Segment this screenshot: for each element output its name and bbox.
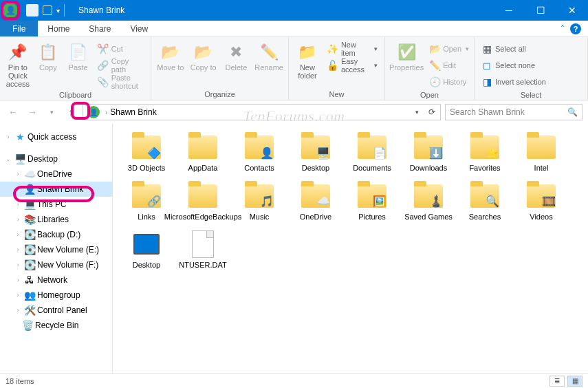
tree-user[interactable]: ›👤Shawn Brink xyxy=(0,182,112,197)
file-item[interactable]: 🔍Searches xyxy=(457,181,513,222)
file-item[interactable]: ⭐Favorites xyxy=(457,132,513,173)
file-item[interactable]: ⬇️Downloads xyxy=(400,132,457,173)
ribbon-collapse-icon[interactable]: ˄ xyxy=(560,24,565,34)
tree-onedrive[interactable]: ›☁️OneDrive xyxy=(0,166,112,182)
new-folder-button[interactable]: 📁 New folder xyxy=(293,40,322,89)
onedrive-icon: ☁️ xyxy=(24,169,35,180)
copy-to-icon: 📂 xyxy=(194,43,213,62)
desktop-shortcut-icon xyxy=(130,229,163,259)
qat-newfolder-icon[interactable] xyxy=(43,6,52,15)
pin-to-quick-access-button[interactable]: 📌 Pin to Quick access xyxy=(4,40,32,89)
drive-icon: 💽 xyxy=(24,259,35,270)
file-item[interactable]: Intel xyxy=(513,132,569,173)
tree-homegroup[interactable]: ›👥Homegroup xyxy=(0,288,112,303)
invert-selection-button[interactable]: ◨Invert selection xyxy=(479,74,549,89)
nav-back-button[interactable]: ← xyxy=(6,105,21,120)
help-icon[interactable]: ? xyxy=(570,23,581,34)
cut-icon: ✂️ xyxy=(98,43,109,54)
file-item[interactable]: 🎞️Videos xyxy=(513,181,569,222)
easy-access-button[interactable]: 🔓Easy access▾ xyxy=(325,58,380,73)
search-input[interactable]: Search Shawn Brink 🔍 xyxy=(445,104,582,120)
nav-forward-button[interactable]: → xyxy=(25,105,40,120)
refresh-button[interactable]: ⟳ xyxy=(425,105,439,119)
view-tab[interactable]: View xyxy=(120,21,157,36)
file-item[interactable]: ♟️Saved Games xyxy=(400,181,457,222)
tree-this-pc[interactable]: ›💻This PC xyxy=(0,197,112,212)
properties-button[interactable]: ✅ Properties xyxy=(389,40,424,89)
minimize-button[interactable]: ─ xyxy=(493,0,525,21)
address-user-icon: 👤 xyxy=(87,106,100,118)
copy-to-button[interactable]: 📂 Copy to xyxy=(188,40,219,89)
file-item[interactable]: 📄Documents xyxy=(344,132,400,173)
file-item[interactable]: Desktop xyxy=(118,229,175,270)
select-none-button[interactable]: ◻Select none xyxy=(479,58,549,73)
file-tab[interactable]: File xyxy=(0,21,38,36)
open-button[interactable]: 📂Open▾ xyxy=(426,41,472,56)
tree-recycle-bin[interactable]: 🗑️Recycle Bin xyxy=(0,318,112,333)
nav-recent-dropdown[interactable]: ▾ xyxy=(44,105,59,120)
navigation-pane[interactable]: ›★Quick access ⌄🖥️Desktop ›☁️OneDrive ›👤… xyxy=(0,124,113,373)
homegroup-icon: 👥 xyxy=(24,290,35,301)
file-list[interactable]: 🔷3D ObjectsAppData👤Contacts🖥️Desktop📄Doc… xyxy=(113,124,588,373)
copy-button[interactable]: 📋 Copy xyxy=(34,40,62,89)
open-icon: 📂 xyxy=(429,43,440,54)
maximize-button[interactable]: ☐ xyxy=(525,0,556,21)
drive-icon: 💽 xyxy=(24,229,35,240)
folder-icon: ♟️ xyxy=(412,181,445,211)
address-dropdown-icon[interactable]: ▾ xyxy=(410,105,424,119)
file-icon xyxy=(186,229,219,259)
move-to-button[interactable]: 📂 Move to xyxy=(155,40,186,89)
breadcrumb-segment[interactable]: Shawn Brink xyxy=(110,107,156,117)
file-item[interactable]: 🔷3D Objects xyxy=(118,132,175,173)
file-item[interactable]: 🎵Music xyxy=(231,181,287,222)
tree-backup-drive[interactable]: ›💽Backup (D:) xyxy=(0,227,112,242)
copy-path-button[interactable]: 🔗Copy path xyxy=(95,58,146,73)
delete-button[interactable]: ✖ Delete xyxy=(221,40,252,89)
file-item[interactable]: 👤Contacts xyxy=(231,132,287,173)
easy-access-icon: 🔓 xyxy=(327,60,338,71)
file-item[interactable]: 🖥️Desktop xyxy=(287,132,344,173)
tree-desktop[interactable]: ⌄🖥️Desktop xyxy=(0,151,112,166)
tree-libraries[interactable]: ›📚Libraries xyxy=(0,212,112,227)
history-button[interactable]: 🕘History xyxy=(426,74,472,89)
edit-button[interactable]: ✏️Edit xyxy=(426,58,472,73)
file-item[interactable]: MicrosoftEdgeBackups xyxy=(175,181,231,222)
tree-volume-f[interactable]: ›💽New Volume (F:) xyxy=(0,257,112,272)
qat-properties-icon[interactable] xyxy=(26,4,39,17)
share-tab[interactable]: Share xyxy=(79,21,120,36)
address-bar[interactable]: 👤 › Shawn Brink ▾ ⟳ xyxy=(83,104,441,120)
file-item-label: Downloads xyxy=(410,164,447,173)
tree-quick-access[interactable]: ›★Quick access xyxy=(0,129,112,144)
file-item[interactable]: NTUSER.DAT xyxy=(175,229,231,270)
cut-button[interactable]: ✂️Cut xyxy=(95,41,146,56)
file-item[interactable]: AppData xyxy=(175,132,231,173)
tree-volume-e[interactable]: ›💽New Volume (E:) xyxy=(0,242,112,257)
tree-network[interactable]: ›🖧Network xyxy=(0,272,112,288)
nav-up-button[interactable]: ↑ xyxy=(63,105,78,120)
file-item-label: Links xyxy=(138,213,155,222)
rename-button[interactable]: ✏️ Rename xyxy=(254,40,284,89)
close-button[interactable]: ✕ xyxy=(556,0,588,21)
details-view-button[interactable]: ≣ xyxy=(549,376,565,387)
tree-control-panel[interactable]: ›🛠️Control Panel xyxy=(0,303,112,318)
home-tab[interactable]: Home xyxy=(38,21,79,36)
folder-icon: 🖥️ xyxy=(299,132,332,162)
folder-icon: 🔗 xyxy=(130,181,163,211)
file-item-label: AppData xyxy=(188,164,218,173)
move-to-icon: 📂 xyxy=(161,43,180,62)
paste-shortcut-button[interactable]: 📎Paste shortcut xyxy=(95,74,146,89)
file-item[interactable]: ☁️OneDrive xyxy=(287,181,344,222)
select-all-icon: ▦ xyxy=(481,43,492,54)
folder-icon: ⭐ xyxy=(468,132,501,162)
select-group-label: Select xyxy=(479,89,583,99)
user-profile-icon: 👤 xyxy=(3,3,18,18)
new-item-button[interactable]: ✨New item▾ xyxy=(325,41,380,56)
breadcrumb-sep-icon[interactable]: › xyxy=(105,109,107,116)
qat-dropdown-icon[interactable]: ▾ xyxy=(56,7,60,14)
select-all-button[interactable]: ▦Select all xyxy=(479,41,549,56)
file-item[interactable]: 🖼️Pictures xyxy=(344,181,400,222)
folder-icon: 🔷 xyxy=(130,132,163,162)
icons-view-button[interactable]: ▦ xyxy=(567,376,582,387)
folder-icon xyxy=(186,132,219,162)
paste-button[interactable]: 📄 Paste xyxy=(65,40,92,89)
